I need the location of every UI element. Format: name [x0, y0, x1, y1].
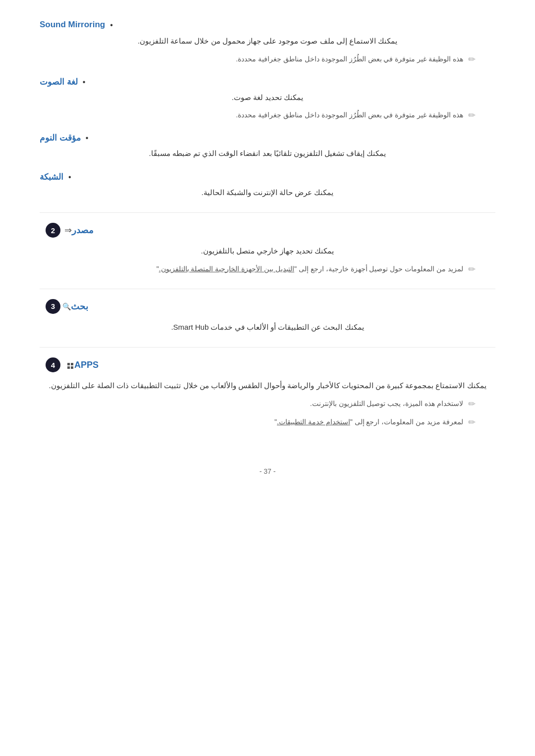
sound-language-note-text: هذه الوظيفة غير متوفرة في بعض الطُرُز ال… [236, 109, 463, 120]
source-note-text: لمزيد من المعلومات حول توصيل أجهزة خارجي… [157, 263, 463, 274]
source-description: يمكنك تحديد جهاز خارجي متصل بالتلفزيون. [40, 245, 495, 257]
note-pencil-icon-2: ✏ [468, 110, 476, 121]
search-section: بحث 🔍 3 يمكنك البحث عن التطبيقات أو الأل… [40, 289, 495, 334]
source-icon: ⇒ [64, 225, 72, 236]
network-description: يمكنك عرض حالة الإنترنت والشبكة الحالية. [40, 186, 495, 199]
bullet-dot-4: • [68, 173, 71, 182]
network-title: الشبكة [40, 172, 63, 182]
apps-header: APPS 4 [40, 357, 495, 372]
number-3: 3 [46, 299, 60, 314]
search-description: يمكنك البحث عن التطبيقات أو الألعاب في خ… [40, 321, 495, 334]
number-4: 4 [46, 357, 60, 372]
source-section: مصدر ⇒ 2 يمكنك تحديد جهاز خارجي متصل بال… [40, 212, 495, 275]
apps-note-2: ✏ لمعرفة مزيد من المعلومات، ارجع إلى "اس… [40, 416, 495, 428]
page-container: • Sound Mirroring يمكنك الاستماع إلى ملف… [0, 0, 535, 756]
apps-note-text-2: لمعرفة مزيد من المعلومات، ارجع إلى "استخ… [274, 416, 463, 427]
apps-title: APPS [74, 360, 99, 370]
search-icon: 🔍 [62, 302, 71, 310]
top-sections: • Sound Mirroring يمكنك الاستماع إلى ملف… [40, 20, 495, 199]
sleep-timer-header: • مؤقت النوم [40, 133, 495, 143]
bullet-dot-2: • [83, 78, 86, 87]
bullet-dot-3: • [86, 134, 89, 143]
sound-language-header: • لغة الصوت [40, 77, 495, 87]
search-title: بحث [71, 301, 88, 312]
apps-description: يمكنك الاستمتاع بمجموعة كبيرة من المحتوي… [40, 379, 495, 392]
note-pencil-icon-1: ✏ [468, 54, 476, 65]
note-pencil-icon-3: ✏ [468, 264, 476, 275]
note-pencil-icon-5: ✏ [468, 417, 476, 428]
apps-note-text-1: لاستخدام هذه الميزة، يجب توصيل التلفزيون… [310, 398, 463, 409]
search-header: بحث 🔍 3 [40, 299, 495, 314]
sound-mirroring-note: ✏ هذه الوظيفة غير متوفرة في بعض الطُرُز … [40, 53, 495, 65]
sound-language-title: لغة الصوت [40, 77, 78, 87]
sound-mirroring-section: • Sound Mirroring يمكنك الاستماع إلى ملف… [40, 20, 495, 65]
sound-mirroring-description: يمكنك الاستماع إلى ملف صوت موجود على جها… [40, 35, 495, 48]
page-number: - 37 - [260, 467, 276, 475]
apps-section: APPS 4 يمكنك الاستمتاع بمجموعة كبيرة من … [40, 347, 495, 428]
source-link: التبديل بين الأجهزة الخارجية المتصلة بال… [159, 265, 294, 273]
apps-link: استخدام خدمة التطبيقات. [277, 418, 350, 426]
apps-icon [64, 361, 74, 369]
sound-language-description: يمكنك تحديد لغة صوت. [40, 91, 495, 104]
network-header: • الشبكة [40, 172, 495, 182]
sleep-timer-title: مؤقت النوم [40, 133, 81, 143]
page-footer: - 37 - [40, 457, 495, 475]
sound-mirroring-header: • Sound Mirroring [40, 20, 495, 30]
source-note: ✏ لمزيد من المعلومات حول توصيل أجهزة خار… [40, 263, 495, 275]
source-header: مصدر ⇒ 2 [40, 223, 495, 238]
sound-mirroring-note-text: هذه الوظيفة غير متوفرة في بعض الطُرُز ال… [236, 53, 463, 64]
source-title: مصدر [72, 225, 94, 236]
sound-mirroring-title: Sound Mirroring [40, 20, 105, 30]
apps-grid-icon [67, 363, 73, 369]
sound-language-note: ✏ هذه الوظيفة غير متوفرة في بعض الطُرُز … [40, 109, 495, 121]
apps-note-1: ✏ لاستخدام هذه الميزة، يجب توصيل التلفزي… [40, 398, 495, 409]
bullet-dot-1: • [110, 21, 113, 30]
sound-language-section: • لغة الصوت يمكنك تحديد لغة صوت. ✏ هذه ا… [40, 77, 495, 121]
sleep-timer-description: يمكنك إيقاف تشغيل التلفزيون تلقائيًا بعد… [40, 147, 495, 160]
number-2: 2 [46, 223, 60, 238]
note-pencil-icon-4: ✏ [468, 399, 476, 409]
sleep-timer-section: • مؤقت النوم يمكنك إيقاف تشغيل التلفزيون… [40, 133, 495, 160]
network-section: • الشبكة يمكنك عرض حالة الإنترنت والشبكة… [40, 172, 495, 199]
